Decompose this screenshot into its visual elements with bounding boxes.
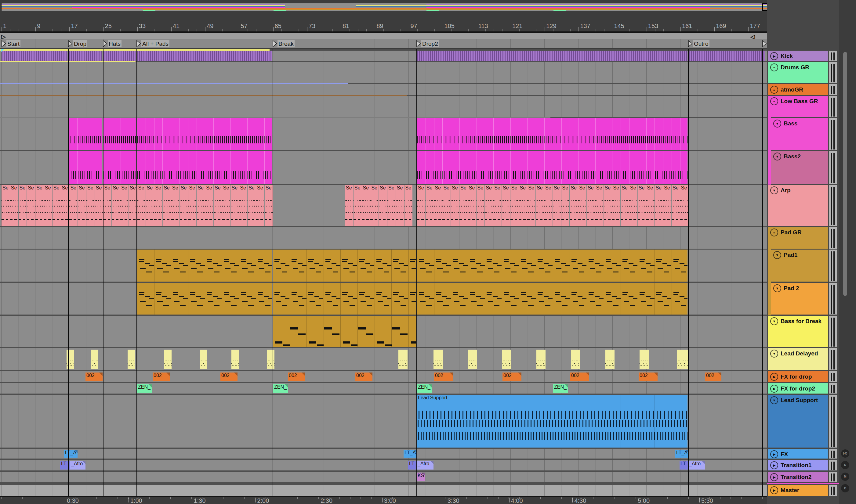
track-header-transition2[interactable]: ▶Transition2	[768, 472, 828, 482]
fx-for-drop2-clip[interactable]: ZEN_	[137, 384, 152, 393]
arp-clip[interactable]: Se	[442, 185, 451, 226]
kick-clip[interactable]	[1, 51, 68, 61]
fx-for-drop-clip[interactable]: 002_	[153, 373, 170, 381]
track-lane-transition2[interactable]	[0, 472, 767, 482]
fold-icon[interactable]: ▼	[770, 317, 778, 325]
kick-clip[interactable]	[69, 51, 102, 61]
arp-clip[interactable]: Se	[180, 185, 188, 226]
locator-flag[interactable]: Break	[273, 40, 295, 47]
locator-flag[interactable]	[762, 40, 767, 47]
arp-clip[interactable]: Se	[353, 185, 362, 226]
track-lane-drums-gr[interactable]	[0, 62, 767, 83]
arp-clip[interactable]: Se	[404, 185, 413, 226]
lead-delayed-clip[interactable]	[640, 349, 649, 369]
arp-clip[interactable]: Se	[214, 185, 222, 226]
lead-delayed-clip[interactable]	[91, 349, 98, 369]
arp-clip[interactable]: Se	[451, 185, 459, 226]
arp-clip[interactable]: Se	[35, 185, 43, 226]
arp-clip[interactable]: Se	[222, 185, 230, 226]
arp-clip[interactable]: Se	[1, 185, 10, 226]
track-header-master[interactable]: ▶Master	[768, 485, 828, 496]
lead-delayed-clip[interactable]	[128, 349, 135, 369]
arp-clip[interactable]: Se	[561, 185, 570, 226]
arp-clip[interactable]: Se	[197, 185, 205, 226]
track-header-low-bass-gr[interactable]: ≡Low Bass GR	[768, 96, 828, 117]
track-lane-atmogr[interactable]	[0, 84, 767, 95]
track-header-lead-delayed[interactable]: ▼Lead Delayed	[768, 348, 828, 370]
kick-clip[interactable]	[417, 51, 687, 61]
arp-clip[interactable]: Se	[493, 185, 502, 226]
track-lane-lead-delayed[interactable]	[0, 348, 767, 370]
arp-clip[interactable]: Se	[468, 185, 476, 226]
lead-delayed-clip[interactable]	[67, 349, 74, 369]
fx-for-drop-clip[interactable]: 002_	[639, 373, 658, 381]
track-lane-master[interactable]	[0, 485, 767, 496]
lead-delayed-clip[interactable]	[677, 349, 688, 369]
arp-clip[interactable]: Se	[86, 185, 94, 226]
locator-flag[interactable]: Hats	[103, 40, 122, 47]
fx-for-drop-clip[interactable]: 002_	[705, 373, 721, 381]
lead-delayed-clip[interactable]	[605, 349, 614, 369]
arp-clip[interactable]: Se	[205, 185, 213, 226]
arp-clip[interactable]: Se	[19, 185, 27, 226]
track-header-atmogr[interactable]: ≡atmoGR	[768, 84, 828, 95]
fx-for-drop-clip[interactable]: 002_	[434, 373, 453, 381]
track-header-lead-support[interactable]: ▼Lead Support	[768, 395, 828, 448]
mixer-section-toggle-d[interactable]: D	[841, 484, 849, 492]
arp-clip[interactable]: Se	[69, 185, 77, 226]
lead-delayed-clip[interactable]	[468, 349, 477, 369]
bass-clip[interactable]	[104, 118, 136, 150]
pad1-clip[interactable]	[273, 250, 416, 282]
mixer-section-toggle-r[interactable]: R	[841, 461, 849, 469]
fold-icon[interactable]: ▼	[773, 251, 781, 259]
fx-clip[interactable]: LT_A	[675, 450, 689, 457]
track-lane-fx[interactable]	[0, 449, 767, 458]
arp-clip[interactable]: Se	[27, 185, 35, 226]
arp-clip[interactable]: Se	[231, 185, 239, 226]
arp-clip[interactable]: Se	[638, 185, 646, 226]
fx-clip[interactable]: LT_A	[64, 450, 77, 457]
arp-clip[interactable]: Se	[578, 185, 587, 226]
fx-for-drop-clip[interactable]: 002_	[503, 373, 521, 381]
arp-clip[interactable]: Se	[362, 185, 370, 226]
fx-for-drop2-clip[interactable]: ZEN_	[553, 384, 568, 393]
play-icon[interactable]: ▶	[770, 473, 778, 481]
arp-clip[interactable]: Se	[654, 185, 663, 226]
track-header-bass2[interactable]: ▼Bass2	[771, 151, 828, 184]
lead-delayed-clip[interactable]	[434, 349, 443, 369]
mixer-section-toggle-io[interactable]: I·O	[841, 449, 849, 457]
arp-clip[interactable]: Se	[680, 185, 688, 226]
track-header-bass-for-break[interactable]: ▼Bass for Break	[768, 316, 828, 347]
lead-support-clip[interactable]: Lead Support	[417, 395, 687, 448]
track-header-bass[interactable]: ▼Bass	[771, 118, 828, 150]
time-ruler[interactable]: 0:301:001:302:002:303:003:304:004:305:00…	[0, 496, 767, 504]
play-icon[interactable]: ▶	[770, 52, 778, 60]
arp-clip[interactable]: Se	[154, 185, 162, 226]
arp-clip[interactable]: Se	[370, 185, 379, 226]
group-icon[interactable]: ≡	[770, 229, 778, 236]
track-lane-transition1[interactable]	[0, 460, 767, 470]
fx-for-drop-clip[interactable]: 002_	[570, 373, 589, 381]
bass2-clip[interactable]	[69, 151, 102, 184]
arp-clip[interactable]: Se	[629, 185, 637, 226]
lead-delayed-clip[interactable]	[267, 349, 275, 369]
track-header-fx-for-drop2[interactable]: ▶FX for drop2	[768, 383, 828, 394]
transition1-afro-clip[interactable]: _Afro	[417, 461, 434, 469]
track-lane-pad-gr[interactable]	[0, 227, 767, 249]
transition1-afro-clip[interactable]: _Afro	[688, 461, 705, 469]
track-header-pad-gr[interactable]: ≡Pad GR	[768, 227, 828, 249]
track-header-fx[interactable]: ▶FX	[768, 449, 828, 458]
track-header-fx-for-drop[interactable]: ▶FX for drop	[768, 371, 828, 382]
arp-clip[interactable]: Se	[256, 185, 264, 226]
arp-clip[interactable]: Se	[544, 185, 553, 226]
mixer-section-toggle-m[interactable]: M	[841, 472, 849, 481]
arp-clip[interactable]: Se	[265, 185, 273, 226]
arp-clip[interactable]: Se	[510, 185, 519, 226]
lead-delayed-clip[interactable]	[231, 349, 239, 369]
arp-clip[interactable]: Se	[387, 185, 396, 226]
bass2-clip[interactable]	[104, 151, 136, 184]
fx-for-drop-clip[interactable]: 002_	[288, 373, 305, 381]
arp-clip[interactable]: Se	[519, 185, 527, 226]
fold-icon[interactable]: ▼	[773, 120, 781, 127]
transition1-clip[interactable]: LT	[680, 461, 688, 469]
